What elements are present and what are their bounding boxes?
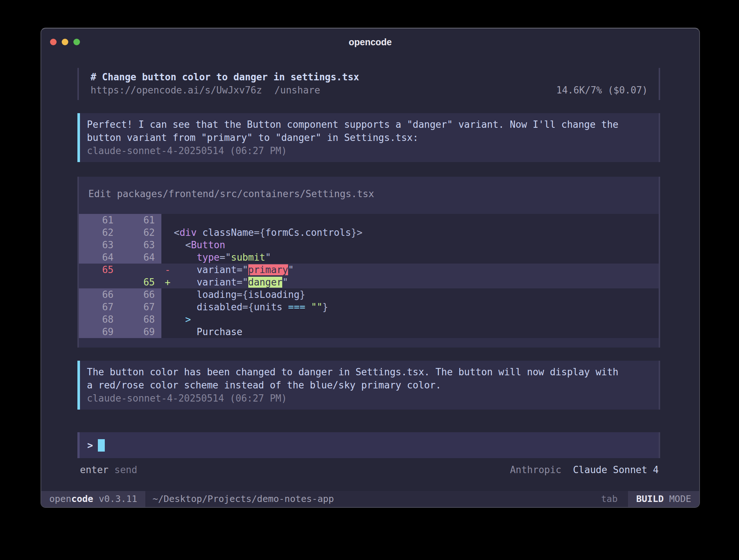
edit-file-title: Edit packages/frontend/src/containers/Se… (79, 188, 659, 214)
diff-sign: - (161, 264, 174, 276)
diff-row: 6464 type="submit" (79, 251, 659, 264)
code-line: variant="primary" (174, 264, 294, 276)
line-number-old: 63 (79, 239, 120, 251)
line-number-old: 67 (79, 301, 120, 313)
diff-row: 6666 loading={isLoading} (79, 288, 659, 301)
message-lines: The button color has been changed to dan… (87, 365, 651, 392)
mode-badge[interactable]: BUILD MODE (627, 491, 699, 507)
line-number-old: 61 (79, 214, 120, 226)
enter-key-hint: enter (80, 463, 108, 476)
app-name-code: code (71, 494, 93, 504)
edit-tool-block: Edit packages/frontend/src/containers/Se… (77, 177, 660, 348)
line-number-new: 63 (120, 239, 161, 251)
line-number-new (120, 264, 161, 276)
diff-row: 65- variant="primary" (79, 264, 659, 276)
message-model-meta: claude-sonnet-4-20250514 (06:27 PM) (87, 392, 651, 405)
close-button[interactable] (50, 39, 57, 45)
diff-row: 6262<div className={formCs.controls}> (79, 226, 659, 239)
mode-name: BUILD (636, 494, 663, 504)
code-line: > (174, 313, 191, 326)
message-line: The button color has been changed to dan… (87, 365, 651, 379)
assistant-message-2: The button color has been changed to dan… (77, 361, 660, 410)
line-number-new: 68 (120, 313, 161, 326)
diff-sign: + (161, 276, 174, 288)
code-line: loading={isLoading} (174, 288, 305, 301)
diff-sign (161, 301, 174, 313)
line-number-old: 69 (79, 326, 120, 338)
app-name-open: open (49, 494, 71, 504)
diff-row: 6767 disabled={units === ""} (79, 301, 659, 313)
code-line: Purchase (174, 326, 242, 338)
hint-row: enter send Anthropic Claude Sonnet 4 (77, 463, 660, 476)
message-line: Perfect! I can see that the Button compo… (87, 118, 651, 131)
code-line: type="submit" (174, 251, 271, 264)
share-url-link[interactable]: https://opencode.ai/s/UwJxv76z (91, 84, 262, 97)
session-meta-row: https://opencode.ai/s/UwJxv76z /unshare … (91, 84, 648, 97)
line-number-new: 64 (120, 251, 161, 264)
message-lines: Perfect! I can see that the Button compo… (87, 118, 651, 144)
code-line: <div className={formCs.controls}> (174, 226, 363, 239)
zoom-button[interactable] (73, 39, 80, 45)
diff-view: 61616262<div className={formCs.controls}… (79, 214, 659, 338)
traffic-lights (50, 28, 80, 55)
mode-label: MODE (669, 494, 691, 504)
model-indicator: Anthropic Claude Sonnet 4 (510, 463, 659, 476)
line-number-old: 62 (79, 226, 120, 239)
session-title: # Change button color to danger in setti… (91, 70, 648, 84)
diff-sign (161, 239, 174, 251)
send-action-hint: send (114, 463, 137, 476)
line-number-old: 68 (79, 313, 120, 326)
minimize-button[interactable] (62, 39, 68, 45)
message-line: button variant from "primary" to "danger… (87, 131, 651, 144)
line-number-new: 65 (120, 276, 161, 288)
status-bar: opencode v0.3.11 ~/Desktop/Projects/demo… (41, 491, 699, 507)
line-number-new: 69 (120, 326, 161, 338)
line-number-old (79, 276, 120, 288)
diff-row: 65+ variant="danger" (79, 276, 659, 288)
diff-sign (161, 326, 174, 338)
session-header: # Change button color to danger in setti… (77, 68, 660, 100)
line-number-old: 65 (79, 264, 120, 276)
code-line: variant="danger" (174, 276, 288, 288)
token-cost-stats: 14.6K/7% ($0.07) (556, 84, 648, 97)
prompt-symbol: > (87, 440, 93, 451)
app-window: opencode # Change button color to danger… (41, 28, 700, 508)
provider-name: Anthropic (510, 464, 562, 475)
message-model-meta: claude-sonnet-4-20250514 (06:27 PM) (87, 144, 651, 157)
line-number-old: 64 (79, 251, 120, 264)
window-titlebar: opencode (41, 28, 699, 55)
tab-key-hint: tab (601, 491, 627, 507)
assistant-message-1: Perfect! I can see that the Button compo… (77, 113, 660, 162)
diff-sign (161, 226, 174, 239)
diff-row: 6363 <Button (79, 239, 659, 251)
line-number-new: 67 (120, 301, 161, 313)
diff-sign (161, 288, 174, 301)
main-content: # Change button color to danger in setti… (41, 55, 699, 491)
line-number-new: 61 (120, 214, 161, 226)
window-title: opencode (349, 37, 392, 47)
diff-row: 6969 Purchase (79, 326, 659, 338)
diff-sign (161, 214, 174, 226)
unshare-command[interactable]: /unshare (275, 84, 320, 97)
chat-input[interactable]: > (77, 432, 660, 458)
text-cursor (98, 439, 105, 452)
diff-row: 6161 (79, 214, 659, 226)
code-line: <Button (174, 239, 225, 251)
diff-sign (161, 313, 174, 326)
statusbar-spacer (334, 491, 601, 507)
line-number-new: 66 (120, 288, 161, 301)
app-version: v0.3.11 (99, 494, 137, 504)
diff-sign (161, 251, 174, 264)
app-version-badge: opencode v0.3.11 (41, 491, 145, 507)
line-number-new: 62 (120, 226, 161, 239)
line-number-old: 66 (79, 288, 120, 301)
working-directory: ~/Desktop/Projects/demo-notes-app (145, 491, 334, 507)
message-line: a red/rose color scheme instead of the b… (87, 379, 651, 392)
model-name: Claude Sonnet 4 (573, 464, 659, 475)
diff-row: 6868 > (79, 313, 659, 326)
code-line: disabled={units === ""} (174, 301, 328, 313)
